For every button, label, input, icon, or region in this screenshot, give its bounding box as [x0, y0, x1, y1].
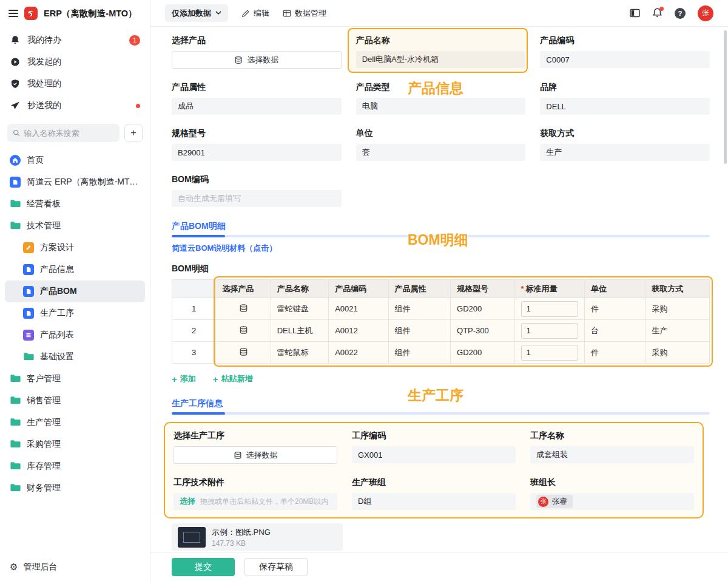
field-team: 生产班组 D组 — [352, 477, 516, 510]
sidebar-item-product-list[interactable]: 产品列表 — [5, 324, 145, 346]
bom-doc-link[interactable]: 简道云BOM说明材料（点击） — [172, 243, 277, 254]
field-leader: 班组长 张 张睿 — [530, 477, 694, 510]
new-app-button[interactable]: + — [124, 124, 143, 142]
qty-input[interactable] — [521, 323, 579, 339]
required-mark: * — [521, 284, 524, 293]
select-row-product-button[interactable] — [239, 304, 248, 313]
sidebar-item-production-process[interactable]: 生产工序 — [5, 302, 145, 324]
highlight-process-box: 选择生产工序 选择数据 工序编码 GX001 工序名称 成套组装 — [164, 422, 704, 518]
admin-console-button[interactable]: ⚙ 管理后台 — [0, 553, 150, 581]
field-bom-code: BOM编码 自动生成无需填写 — [172, 174, 342, 207]
bom-product-code: A0021 — [329, 298, 388, 320]
member-name: 张睿 — [552, 497, 567, 507]
sidebar-item-product-info[interactable]: 产品信息 — [5, 259, 145, 280]
attached-file-item[interactable]: 示例：图纸.PNG 147.73 KB — [172, 523, 343, 551]
file-pick-link[interactable]: 选择 — [180, 496, 195, 507]
select-row-product-button[interactable] — [239, 325, 248, 335]
database-icon — [239, 347, 248, 356]
field-product-name: 产品名称 Dell电脑A型-水冷机箱 — [356, 35, 526, 69]
bom-code-placeholder: 自动生成无需填写 — [172, 190, 342, 207]
quick-links: 我的待办 1 我发起的 我处理的 抄送我的 — [0, 27, 150, 119]
submit-button[interactable]: 提交 — [172, 558, 235, 576]
select-product-data-button[interactable]: 选择数据 — [172, 51, 342, 69]
quick-label: 我的待办 — [27, 35, 61, 46]
send-icon — [10, 101, 20, 111]
menu-icon[interactable] — [8, 10, 18, 17]
file-upload-area[interactable]: 选择 拖拽或单击后粘贴文件，单个20MB以内 — [174, 493, 337, 510]
folder-icon — [10, 199, 21, 209]
file-size: 147.73 KB — [212, 539, 271, 548]
bom-row: 3 雷蛇鼠标 A0022 组件 GD200 件 采购 — [172, 342, 710, 364]
main-area: 仅添加数据 编辑 数据管理 ? — [150, 0, 728, 581]
quick-label: 我处理的 — [27, 78, 61, 89]
tab-process-info[interactable]: 生产工序信息 — [172, 398, 223, 412]
sidebar-search-row: + — [0, 119, 150, 147]
play-circle-icon — [10, 57, 20, 67]
app-logo-icon — [24, 7, 38, 20]
notification-dot — [659, 7, 664, 11]
sidebar-item-sales-mgmt[interactable]: 销售管理 — [5, 390, 145, 412]
sidebar-item-product-bom[interactable]: 产品BOM — [5, 280, 145, 302]
scrollbar-thumb[interactable] — [724, 30, 727, 164]
sidebar-item-dashboard[interactable]: 经营看板 — [5, 193, 145, 215]
select-row-product-button[interactable] — [239, 347, 248, 356]
mode-dropdown[interactable]: 仅添加数据 — [165, 4, 228, 22]
folder-icon — [23, 352, 34, 362]
field-acquire: 获取方式 生产 — [540, 128, 710, 161]
sidebar-item-home[interactable]: 首页 — [5, 149, 145, 171]
sidebar-item-my-initiated[interactable]: 我发起的 — [5, 51, 145, 73]
select-process-data-button[interactable]: 选择数据 — [174, 446, 337, 464]
sidebar-search[interactable] — [7, 124, 120, 142]
panel-toggle-icon[interactable] — [630, 8, 640, 18]
database-icon — [239, 325, 248, 335]
notifications-bell-icon[interactable] — [652, 8, 662, 18]
search-input[interactable] — [24, 129, 114, 138]
sidebar-item-my-todo[interactable]: 我的待办 1 — [5, 29, 145, 51]
sidebar-item-customer-mgmt[interactable]: 客户管理 — [5, 368, 145, 390]
add-row-button[interactable]: + 添加 — [172, 373, 196, 384]
team-value: D组 — [352, 493, 516, 510]
data-manage-button[interactable]: 数据管理 — [283, 8, 326, 19]
sidebar-item-production-mgmt[interactable]: 生产管理 — [5, 412, 145, 433]
sidebar-item-inventory-mgmt[interactable]: 库存管理 — [5, 455, 145, 477]
section-progress-bar — [172, 235, 710, 237]
qty-input[interactable] — [521, 345, 579, 361]
bell-icon — [10, 35, 20, 46]
sidebar-item-my-handled[interactable]: 我处理的 — [5, 73, 145, 95]
form-doc-icon — [23, 264, 34, 275]
bom-section-header: 产品BOM明细 — [172, 220, 710, 237]
file-thumbnail — [178, 527, 206, 548]
brand-value: DELL — [540, 98, 710, 115]
edit-button[interactable]: 编辑 — [241, 8, 269, 19]
help-button[interactable]: ? — [675, 8, 686, 19]
sidebar-item-purchase-mgmt[interactable]: 采购管理 — [5, 433, 145, 455]
field-product-attr: 产品属性 成品 — [172, 82, 342, 115]
quick-label: 抄送我的 — [27, 100, 61, 111]
sidebar-item-basic-settings[interactable]: 基础设置 — [5, 346, 145, 368]
bom-unit: 件 — [585, 298, 645, 320]
paste-add-button[interactable]: + 粘贴新增 — [213, 373, 253, 384]
folder-icon — [10, 440, 21, 450]
form-content: 产品信息 BOM明细 生产工序 选择产品 选择数据 产品名称 Dell电脑A型-… — [150, 27, 728, 552]
user-avatar[interactable]: 张 — [698, 5, 713, 21]
bom-header-row: 选择产品 产品名称 产品编码 产品属性 规格型号 *标准用量 单位 获取方式 — [172, 280, 710, 298]
save-draft-button[interactable]: 保存草稿 — [244, 558, 308, 576]
form-doc-icon — [23, 286, 34, 297]
sidebar-item-erp-app[interactable]: 简道云 ERP（离散制造-MTO）… — [5, 171, 145, 193]
bom-product-name: 雷蛇键盘 — [271, 298, 328, 320]
notification-dot — [136, 104, 140, 108]
form-footer: 提交 保存草稿 — [150, 552, 728, 581]
bom-spec: GD200 — [451, 298, 514, 320]
sidebar-item-solution-design[interactable]: 方案设计 — [5, 237, 145, 259]
sidebar-item-finance-mgmt[interactable]: 财务管理 — [5, 477, 145, 499]
upload-hint: 拖拽或单击后粘贴文件，单个20MB以内 — [200, 497, 328, 507]
search-icon — [13, 129, 20, 137]
database-icon — [234, 451, 242, 460]
qty-input[interactable] — [521, 301, 579, 317]
field-brand: 品牌 DELL — [540, 82, 710, 115]
row-number: 2 — [172, 320, 216, 342]
tab-product-bom-detail[interactable]: 产品BOM明细 — [172, 221, 226, 235]
sidebar-item-tech-mgmt[interactable]: 技术管理 — [5, 215, 145, 237]
sidebar-item-cc-to-me[interactable]: 抄送我的 — [5, 95, 145, 117]
member-chip[interactable]: 张 张睿 — [536, 495, 573, 508]
